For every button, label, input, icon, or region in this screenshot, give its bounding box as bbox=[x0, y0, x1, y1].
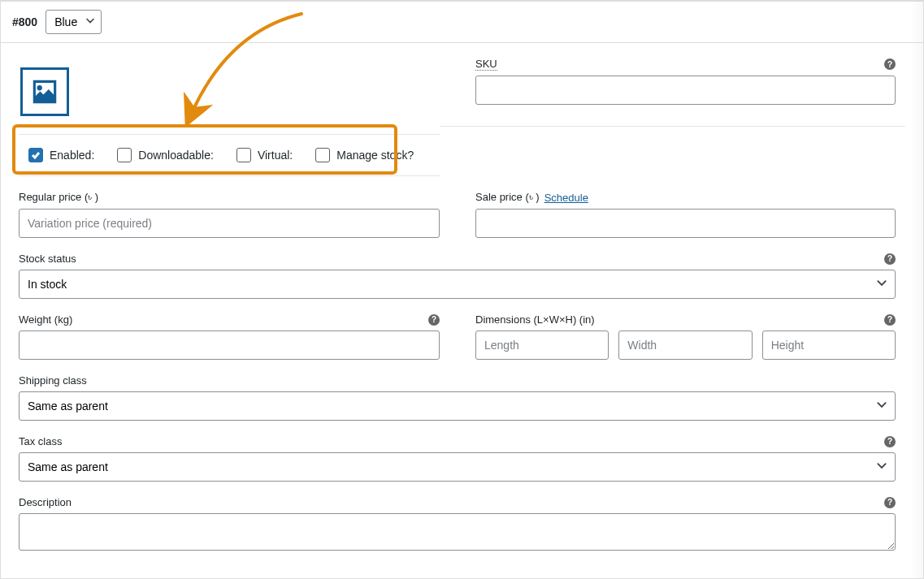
downloadable-checkbox-wrap[interactable]: Downloadable: bbox=[117, 148, 214, 162]
downloadable-label: Downloadable: bbox=[138, 149, 214, 162]
stock-status-label: Stock status bbox=[19, 253, 76, 265]
sale-price-label-row: Sale price (৳ ) Schedule bbox=[475, 191, 896, 204]
virtual-checkbox[interactable] bbox=[236, 148, 251, 162]
weight-input[interactable] bbox=[19, 331, 440, 360]
stock-status-select[interactable]: In stock bbox=[19, 270, 896, 299]
help-icon[interactable]: ? bbox=[884, 314, 896, 326]
row-stock-status: Stock status ? In stock bbox=[1, 253, 923, 299]
help-icon[interactable]: ? bbox=[428, 314, 440, 326]
shipping-class-label-row: Shipping class bbox=[19, 374, 896, 387]
help-icon[interactable]: ? bbox=[884, 58, 896, 70]
sale-price-input[interactable] bbox=[475, 209, 896, 238]
variation-panel: #800 Blue bbox=[0, 0, 924, 579]
dimensions-inputs bbox=[475, 331, 896, 360]
schedule-link[interactable]: Schedule bbox=[544, 192, 588, 204]
regular-price-label-row: Regular price (৳ ) bbox=[19, 191, 440, 204]
image-icon bbox=[29, 76, 60, 107]
sale-price-label: Sale price (৳ ) bbox=[475, 191, 540, 204]
row-image-sku: Enabled: Downloadable: Virtual: Manage s… bbox=[1, 58, 923, 176]
attribute-select-wrap: Blue bbox=[46, 10, 102, 34]
col-regular-price: Regular price (৳ ) bbox=[19, 191, 440, 238]
tax-class-label: Tax class bbox=[19, 435, 62, 447]
row-shipping-class: Shipping class Same as parent bbox=[1, 374, 923, 421]
weight-label: Weight (kg) bbox=[19, 313, 72, 326]
length-input[interactable] bbox=[475, 331, 609, 360]
virtual-label: Virtual: bbox=[258, 149, 293, 162]
row-tax-class: Tax class ? Same as parent bbox=[1, 435, 923, 482]
shipping-class-select[interactable]: Same as parent bbox=[19, 391, 896, 421]
manage-stock-label: Manage stock? bbox=[336, 149, 414, 162]
regular-price-label: Regular price (৳ ) bbox=[19, 191, 98, 204]
description-label-row: Description ? bbox=[19, 496, 896, 508]
help-icon[interactable]: ? bbox=[884, 253, 896, 265]
enabled-checkbox-wrap[interactable]: Enabled: bbox=[28, 148, 94, 162]
variation-image-placeholder[interactable] bbox=[20, 67, 69, 116]
enabled-checkbox[interactable] bbox=[28, 148, 43, 162]
enabled-label: Enabled: bbox=[50, 149, 94, 162]
manage-stock-checkbox[interactable] bbox=[315, 148, 330, 162]
variation-id-label: #800 bbox=[12, 15, 37, 28]
col-sku: SKU ? bbox=[475, 58, 905, 176]
width-input[interactable] bbox=[618, 331, 752, 360]
attribute-select[interactable]: Blue bbox=[46, 10, 102, 34]
variation-options-row: Enabled: Downloadable: Virtual: Manage s… bbox=[19, 134, 440, 176]
description-label: Description bbox=[19, 496, 72, 508]
height-input[interactable] bbox=[762, 331, 896, 360]
variation-header: #800 Blue bbox=[1, 1, 923, 43]
col-sale-price: Sale price (৳ ) Schedule bbox=[475, 191, 905, 238]
weight-label-row: Weight (kg) ? bbox=[19, 313, 440, 326]
stock-status-select-wrap: In stock bbox=[19, 270, 896, 299]
row-weight-dimensions: Weight (kg) ? Dimensions (L×W×H) (in) ? bbox=[1, 313, 923, 360]
tax-class-label-row: Tax class ? bbox=[19, 435, 896, 447]
tax-class-select[interactable]: Same as parent bbox=[19, 452, 896, 482]
manage-stock-checkbox-wrap[interactable]: Manage stock? bbox=[315, 148, 414, 162]
help-icon[interactable]: ? bbox=[884, 436, 896, 447]
downloadable-checkbox[interactable] bbox=[117, 148, 132, 162]
row-description: Description ? bbox=[1, 496, 923, 553]
stock-status-label-row: Stock status ? bbox=[19, 253, 896, 265]
virtual-checkbox-wrap[interactable]: Virtual: bbox=[236, 148, 293, 162]
col-weight: Weight (kg) ? bbox=[19, 313, 440, 360]
divider bbox=[440, 126, 905, 127]
sku-label: SKU bbox=[475, 58, 497, 71]
col-image: Enabled: Downloadable: Virtual: Manage s… bbox=[19, 58, 440, 176]
dimensions-label-row: Dimensions (L×W×H) (in) ? bbox=[475, 313, 896, 326]
tax-class-select-wrap: Same as parent bbox=[19, 452, 896, 482]
col-dimensions: Dimensions (L×W×H) (in) ? bbox=[475, 313, 905, 360]
dimensions-label: Dimensions (L×W×H) (in) bbox=[475, 313, 595, 326]
shipping-class-label: Shipping class bbox=[19, 374, 87, 387]
help-icon[interactable]: ? bbox=[884, 497, 896, 508]
variation-body: Enabled: Downloadable: Virtual: Manage s… bbox=[1, 58, 923, 568]
sku-input[interactable] bbox=[475, 76, 896, 105]
row-prices: Regular price (৳ ) Sale price (৳ ) Sched… bbox=[1, 191, 923, 238]
shipping-class-select-wrap: Same as parent bbox=[19, 391, 896, 421]
description-textarea[interactable] bbox=[19, 513, 896, 551]
regular-price-input[interactable] bbox=[19, 209, 440, 238]
sku-label-row: SKU ? bbox=[475, 58, 896, 71]
